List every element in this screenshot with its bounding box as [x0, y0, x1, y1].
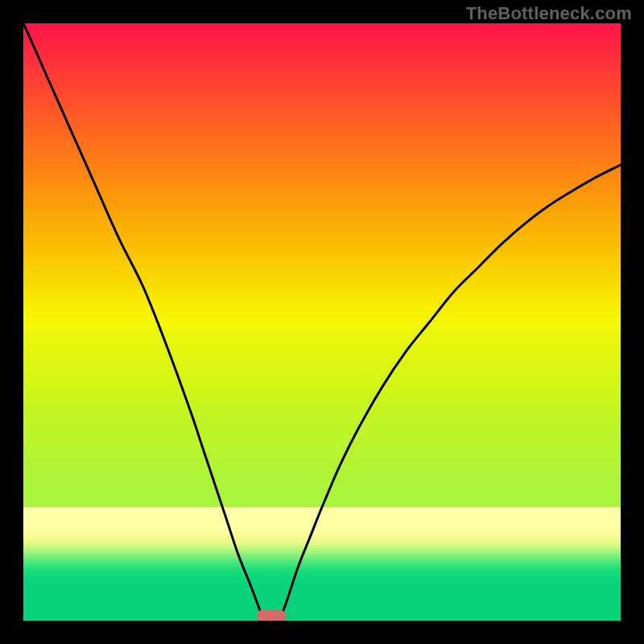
watermark-text: TheBottleneck.com	[466, 3, 632, 24]
bottleneck-marker	[256, 610, 286, 621]
curve-layer	[23, 23, 621, 621]
curve-right-branch	[279, 165, 621, 621]
plot-area	[23, 23, 621, 621]
chart-frame: TheBottleneck.com	[0, 0, 644, 644]
curve-left-branch	[23, 23, 263, 621]
